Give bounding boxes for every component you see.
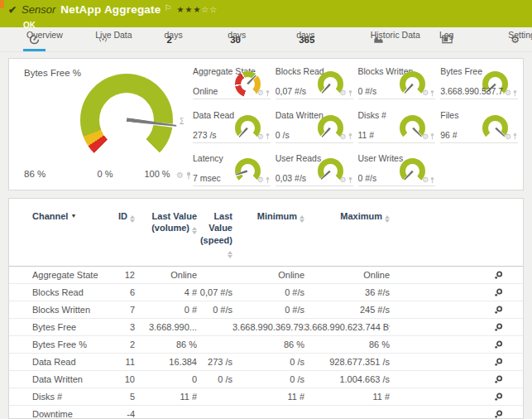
channel-table-row: Aggregate State 12 Online Online Online: [9, 266, 523, 283]
tab-days[interactable]: 30 days: [228, 27, 243, 51]
flag-icon[interactable]: ⚐: [164, 3, 171, 12]
mini-gauge-value: 0 #/s: [358, 86, 377, 96]
channel-settings-icon[interactable]: [494, 271, 503, 280]
mini-gauge-pin-icon[interactable]: [430, 176, 434, 184]
tab-label: days: [165, 30, 183, 40]
tab-label: Overview: [26, 30, 63, 40]
stars-empty[interactable]: ☆☆: [201, 5, 218, 14]
mini-gauge-bytes-free[interactable]: Bytes Free 3.668.990.537.728 … ⚙: [440, 64, 518, 99]
mini-gauge-needle: [238, 127, 248, 137]
mini-gauge-pin-icon[interactable]: [266, 132, 270, 140]
mini-gauge-settings-gear-icon[interactable]: ⚙: [422, 89, 429, 97]
mini-gauge-pin-icon[interactable]: [513, 89, 517, 97]
mini-gauge-pin-icon[interactable]: [430, 89, 434, 97]
cell-maximum: 245 #/s: [304, 301, 390, 318]
tab-days[interactable]: 365 days: [296, 27, 317, 51]
channel-settings-icon[interactable]: [494, 375, 503, 384]
gauge-settings-gear-icon[interactable]: ⚙: [176, 171, 184, 180]
mini-gauge-pin-icon[interactable]: [266, 176, 270, 184]
cell-channel[interactable]: Bytes Free: [9, 318, 113, 335]
mini-gauge-settings-gear-icon[interactable]: ⚙: [257, 89, 264, 97]
cell-last-value-volume: 0 #: [135, 301, 197, 318]
mini-gauge-needle: [412, 127, 423, 137]
tab-historic-data[interactable]: Historic Data: [371, 27, 386, 51]
tab-settings[interactable]: ⚙ Settings: [508, 27, 522, 51]
mini-gauge-data-read[interactable]: Data Read 273 /s ⚙: [193, 108, 271, 143]
cell-minimum: Online: [232, 266, 304, 283]
cell-channel[interactable]: Blocks Written: [9, 301, 113, 318]
tab-log[interactable]: Log: [439, 27, 455, 51]
cell-last-value-volume: 4 #: [135, 283, 197, 301]
mini-gauge-blocks-read[interactable]: Blocks Read 0,07 #/s ⚙: [276, 64, 353, 99]
cell-channel[interactable]: Downtime: [9, 405, 113, 419]
cell-channel[interactable]: Blocks Read: [9, 283, 113, 301]
channel-table-row: Bytes Free 3 3.668.990... 3.668.990.369.…: [9, 318, 523, 335]
cell-id: 12: [113, 266, 135, 283]
cell-channel[interactable]: Data Written: [9, 370, 113, 388]
mini-gauge-pin-icon[interactable]: [348, 132, 352, 140]
priority-stars[interactable]: ★★★☆☆: [176, 5, 218, 14]
mini-gauge-user-writes[interactable]: User Writes 0 #/s ⚙: [358, 151, 436, 186]
mini-gauge-settings-gear-icon[interactable]: ⚙: [505, 132, 511, 141]
sort-icon: [228, 251, 232, 258]
column-header-channel[interactable]: Channel▼: [9, 207, 113, 266]
mini-gauge-needle: [494, 127, 505, 137]
mini-gauge-aggregate-state[interactable]: Aggregate State Online ⚙: [193, 64, 271, 99]
mini-gauge-settings-gear-icon[interactable]: ⚙: [422, 176, 429, 184]
channel-settings-icon[interactable]: [494, 358, 503, 367]
gauge-scale-min: 0 %: [91, 169, 119, 179]
column-header-maximum[interactable]: Maximum: [304, 207, 390, 266]
channel-settings-icon[interactable]: [494, 410, 503, 419]
mini-gauge-pin-icon[interactable]: [513, 132, 517, 140]
tab-label: Live Data: [95, 30, 132, 40]
channel-settings-icon[interactable]: [494, 340, 503, 349]
cell-minimum: 0 /s: [232, 353, 304, 370]
stars-filled[interactable]: ★★★: [176, 5, 201, 14]
mini-gauge-label: Blocks Read: [276, 66, 324, 76]
mini-gauge-blocks-written[interactable]: Blocks Written 0 #/s ⚙: [358, 64, 436, 99]
tab-overview[interactable]: Overview: [26, 27, 42, 51]
cell-channel[interactable]: Data Read: [9, 353, 113, 370]
column-header-id[interactable]: ID: [113, 207, 135, 266]
column-header-last-value-volume[interactable]: Last Value (volume): [135, 207, 197, 266]
channel-table-row: Bytes Free % 2 86 % 86 % 86 %: [9, 335, 523, 353]
mini-gauge-data-written[interactable]: Data Written 0 /s ⚙: [276, 108, 353, 143]
mini-gauge-settings-gear-icon[interactable]: ⚙: [339, 176, 346, 184]
status-ok-check-icon: ✔: [8, 4, 17, 16]
mini-gauge-disks-[interactable]: Disks # 11 # ⚙: [358, 108, 436, 143]
tab-live-data[interactable]: Live Data: [95, 27, 111, 51]
cell-last-value-volume: 16.384: [135, 353, 197, 370]
mini-gauge-pin-icon[interactable]: [348, 176, 352, 184]
mini-gauge-pin-icon[interactable]: [430, 132, 434, 140]
mini-gauge-user-reads[interactable]: User Reads 0,03 #/s ⚙: [276, 151, 353, 186]
cell-id: 10: [113, 370, 135, 388]
mini-gauge-settings-gear-icon[interactable]: ⚙: [257, 176, 264, 184]
tab-days[interactable]: 2 days: [165, 27, 175, 51]
mini-gauge-settings-gear-icon[interactable]: ⚙: [339, 89, 346, 97]
mini-gauge-files[interactable]: Files 96 # ⚙: [440, 108, 518, 143]
cell-channel[interactable]: Disks #: [9, 388, 113, 405]
cell-channel[interactable]: Bytes Free %: [9, 335, 113, 353]
channel-settings-icon[interactable]: [494, 323, 503, 332]
mini-gauge-settings-gear-icon[interactable]: ⚙: [339, 132, 346, 141]
channel-settings-icon[interactable]: [494, 288, 503, 297]
cell-last-value-speed: [197, 266, 232, 283]
channel-table-row: Blocks Read 6 4 # 0,07 #/s 0 #/s 36 #/s: [9, 283, 523, 301]
primary-channel-gauge[interactable]: Bytes Free % ∑ 0 % 100 % 86 % ⚙: [23, 64, 193, 190]
column-header-minimum[interactable]: Minimum: [232, 207, 304, 266]
channel-settings-icon[interactable]: [494, 393, 503, 402]
mini-gauge-latency[interactable]: Latency 7 msec ⚙: [193, 151, 271, 186]
mini-gauge-pin-icon[interactable]: [266, 89, 270, 97]
mini-gauge-settings-gear-icon[interactable]: ⚙: [257, 132, 264, 141]
cell-channel[interactable]: Aggregate State: [9, 266, 113, 283]
cell-minimum: [232, 405, 304, 419]
channel-settings-icon[interactable]: [494, 306, 503, 315]
cell-maximum: 1.004.663 /s: [304, 370, 390, 388]
mini-gauge-settings-gear-icon[interactable]: ⚙: [505, 89, 511, 97]
needle-tip-marker-icon: ∑: [180, 117, 185, 124]
gauge-pin-icon[interactable]: [186, 171, 191, 180]
mini-gauge-pin-icon[interactable]: [348, 89, 352, 97]
column-header-last-value-speed[interactable]: Last Value (speed): [197, 207, 232, 266]
channel-table-row: Blocks Written 7 0 # 0 #/s 0 #/s 245 #/s: [9, 301, 523, 318]
mini-gauge-settings-gear-icon[interactable]: ⚙: [422, 132, 429, 141]
